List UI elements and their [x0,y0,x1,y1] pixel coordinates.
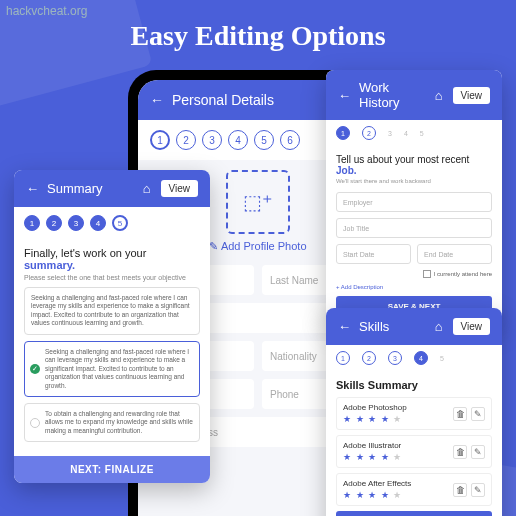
summary-sample-2[interactable]: ✓ Seeking a challenging and fast-paced r… [24,341,200,397]
step-3[interactable]: 3 [202,130,222,150]
skills-summary-title: Skills Summary [336,379,492,391]
radio-icon [30,418,40,428]
view-button[interactable]: View [453,87,491,104]
skill-name: Adobe Illustrator [343,441,453,450]
summary-sample-3[interactable]: To obtain a challenging and rewarding ro… [24,403,200,442]
checkbox-icon[interactable] [423,270,431,278]
start-date-field[interactable]: Start Date [336,244,411,264]
work-heading: Tell us about your most recent Job. [336,154,492,176]
end-date-field[interactable]: End Date [417,244,492,264]
back-icon[interactable]: ← [26,181,39,196]
view-button[interactable]: View [453,318,491,335]
step-indicator: 1 2 3 4 5 [326,345,502,371]
skill-row: Adobe Illustrator ★ ★ ★ ★ ★ 🗑✎ [336,435,492,468]
step-6[interactable]: 6 [280,130,300,150]
step-1[interactable]: 1 [24,215,40,231]
step-3[interactable]: 3 [68,215,84,231]
next-summary-button[interactable]: NEXRT: SUMMARY [336,511,492,516]
step-1[interactable]: 1 [336,351,350,365]
view-button[interactable]: View [161,180,199,197]
add-description-link[interactable]: + Add Description [336,284,492,290]
step-4[interactable]: 4 [414,351,428,365]
step-3: 3 [388,130,392,137]
finalize-button[interactable]: NEXT: FINALIZE [14,456,210,483]
home-icon[interactable]: ⌂ [435,319,443,334]
employer-field[interactable]: Employer [336,192,492,212]
back-icon[interactable]: ← [338,88,351,103]
summary-header: ← Summary ⌂ View [14,170,210,207]
skill-row: Adobe After Effects ★ ★ ★ ★ ★ 🗑✎ [336,473,492,506]
header-title: Summary [47,181,103,196]
summary-sample-1[interactable]: Seeking a challenging and fast-paced rol… [24,287,200,335]
step-4[interactable]: 4 [228,130,248,150]
edit-icon[interactable]: ✎ [471,483,485,497]
back-icon[interactable]: ← [338,319,351,334]
skill-stars: ★ ★ ★ ★ ★ [343,414,453,424]
step-2[interactable]: 2 [362,351,376,365]
home-icon[interactable]: ⌂ [435,88,443,103]
step-4: 4 [404,130,408,137]
home-icon[interactable]: ⌂ [143,181,151,196]
skill-stars: ★ ★ ★ ★ ★ [343,452,453,462]
header-title: Skills [359,319,389,334]
work-header: ← Work History ⌂ View [326,70,502,120]
header-title: Personal Details [172,92,274,108]
delete-icon[interactable]: 🗑 [453,407,467,421]
edit-icon[interactable]: ✎ [471,407,485,421]
step-5[interactable]: 5 [254,130,274,150]
step-2[interactable]: 2 [362,126,376,140]
step-1[interactable]: 1 [336,126,350,140]
back-icon[interactable]: ← [150,92,164,108]
skills-header: ← Skills ⌂ View [326,308,502,345]
skill-name: Adobe Photoshop [343,403,453,412]
delete-icon[interactable]: 🗑 [453,483,467,497]
work-history-card: ← Work History ⌂ View 1 2 3 4 5 Tell us … [326,70,502,325]
step-1[interactable]: 1 [150,130,170,150]
delete-icon[interactable]: 🗑 [453,445,467,459]
work-subtitle: We'll start there and work backward [336,178,492,184]
step-5: 5 [420,130,424,137]
check-icon: ✓ [30,364,40,374]
currently-checkbox-row[interactable]: I currently attend here [336,270,492,278]
step-indicator: 1 2 3 4 5 [14,207,210,239]
summary-heading: Finally, let's work on your summary. [24,247,200,271]
skill-name: Adobe After Effects [343,479,453,488]
job-title-field[interactable]: Job Title [336,218,492,238]
step-2[interactable]: 2 [46,215,62,231]
step-2[interactable]: 2 [176,130,196,150]
skill-row: Adobe Photoshop ★ ★ ★ ★ ★ 🗑✎ [336,397,492,430]
edit-icon[interactable]: ✎ [471,445,485,459]
step-3[interactable]: 3 [388,351,402,365]
skill-stars: ★ ★ ★ ★ ★ [343,490,453,500]
summary-card: ← Summary ⌂ View 1 2 3 4 5 Finally, let'… [14,170,210,483]
step-5[interactable]: 5 [112,215,128,231]
step-4[interactable]: 4 [90,215,106,231]
summary-subtitle: Please select the one that best meets yo… [24,274,200,281]
step-indicator: 1 2 3 4 5 [326,120,502,146]
step-5: 5 [440,355,444,362]
header-title: Work History [359,80,429,110]
skills-card: ← Skills ⌂ View 1 2 3 4 5 Skills Summary… [326,308,502,516]
watermark: hackvcheat.org [6,4,87,18]
add-photo-box[interactable]: ⬚⁺ [226,170,290,234]
